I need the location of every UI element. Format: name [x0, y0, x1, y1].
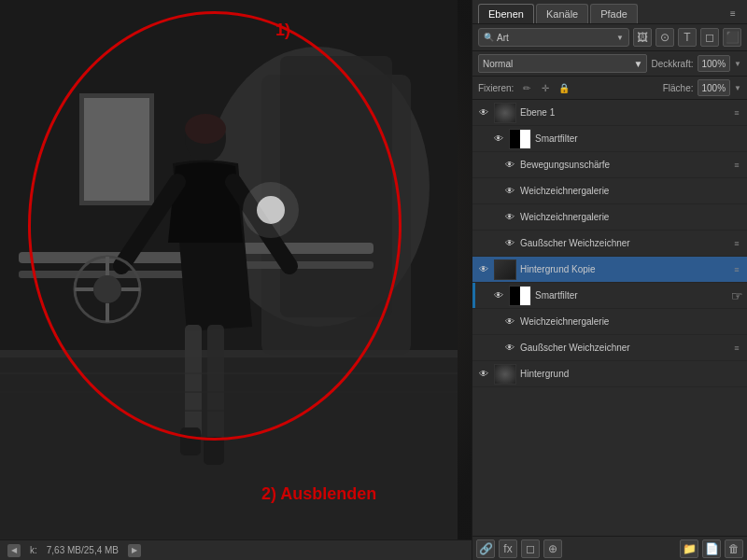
layer-name-gauss2: Gaußscher Weichzeichner — [520, 343, 730, 353]
layer-eye-ebene1[interactable]: 👁 — [476, 105, 491, 120]
layer-item-ebene1[interactable]: 👁 Ebene 1 ≡ — [472, 100, 747, 126]
layer-item-weich1[interactable]: 👁 Weichzeichnergalerie — [472, 178, 747, 204]
fill-row: Fläche: 100% ▼ — [663, 79, 741, 96]
layer-eye-hinterkopie[interactable]: 👁 — [476, 262, 491, 277]
opacity-value-text: 100% — [702, 59, 726, 69]
blend-opacity-row: Normal ▼ Deckkraft: 100% ▼ — [472, 51, 747, 77]
fix-label: Fixieren: — [478, 83, 514, 93]
layer-eye-weich3[interactable]: 👁 — [502, 315, 517, 329]
layer-image-icon[interactable]: 🖼 — [633, 28, 652, 47]
svg-point-23 — [93, 275, 121, 303]
layer-name-bewegung: Bewegungsunschärfe — [520, 160, 730, 170]
svg-rect-1 — [0, 355, 458, 541]
layer-name-smartfilter1: Smartfilter — [535, 133, 743, 144]
layer-name-gauss1: Gaußscher Weichzeichner — [520, 238, 730, 248]
svg-rect-19 — [204, 437, 224, 465]
layer-name-weich1: Weichzeichnergalerie — [520, 186, 743, 196]
link-layers-btn[interactable]: 🔗 — [476, 539, 495, 558]
fix-fill-row: Fixieren: ✏ ✛ 🔒 Fläche: 100% ▼ — [472, 77, 747, 100]
layer-item-hintergrund[interactable]: 👁 Hintergrund — [472, 361, 747, 387]
blend-mode-value: Normal — [483, 59, 513, 69]
layer-item-bewegungsunschaerfe[interactable]: 👁 Bewegungsunschärfe ≡ — [472, 152, 747, 178]
delete-layer-btn[interactable]: 🗑 — [725, 539, 743, 558]
canvas-area: 1) 2) Ausblenden ◀ k: 7,63 MB/25,4 MB ▶ — [0, 0, 472, 560]
layer-settings-ebene1[interactable]: ≡ — [730, 106, 743, 119]
layer-settings-hinterkopie[interactable]: ≡ — [730, 263, 743, 276]
layer-name-smartfilter2: Smartfilter — [535, 290, 727, 301]
status-arrow-left[interactable]: ◀ — [7, 544, 21, 557]
layer-settings-gauss1[interactable]: ≡ — [730, 237, 743, 250]
app-window: 1) 2) Ausblenden ◀ k: 7,63 MB/25,4 MB ▶ … — [0, 0, 747, 560]
layer-smart-icon[interactable]: ⬛ — [723, 28, 741, 47]
fix-draw-icon[interactable]: ✏ — [519, 80, 534, 95]
opacity-label: Deckkraft: — [651, 59, 693, 69]
layer-eye-gauss1[interactable]: 👁 — [502, 236, 517, 251]
tab-ebenen[interactable]: Ebenen — [478, 4, 534, 23]
layer-item-smartfilter1[interactable]: 👁 Smartfilter — [472, 126, 747, 152]
new-layer-btn[interactable]: 📄 — [702, 539, 721, 558]
layer-name-hintergrund: Hintergrund — [520, 369, 743, 379]
layer-eye-weich2[interactable]: 👁 — [502, 210, 517, 225]
tab-pfade[interactable]: Pfade — [590, 4, 638, 23]
svg-point-21 — [243, 182, 299, 238]
layer-eye-gauss2[interactable]: 👁 — [502, 341, 517, 356]
fill-arrow: ▼ — [734, 84, 741, 92]
layer-item-gauss1[interactable]: 👁 Gaußscher Weichzeichner ≡ — [472, 231, 747, 257]
layer-thumb-smartfilter1 — [509, 129, 531, 149]
layer-eye-hintergrund[interactable]: 👁 — [476, 367, 491, 382]
layer-item-hintergrundkopie[interactable]: 👁 Hintergrund Kopie ≡ — [472, 257, 747, 283]
layer-search-box[interactable]: 🔍 Art ▼ — [478, 28, 629, 47]
new-group-btn[interactable]: 📁 — [680, 539, 698, 558]
fill-label: Fläche: — [663, 83, 694, 93]
opacity-input[interactable]: 100% — [698, 55, 731, 72]
tab-kanaele[interactable]: Kanäle — [536, 4, 588, 23]
layer-eye-smartfilter1[interactable]: 👁 — [491, 132, 506, 147]
panel-bottom-toolbar: 🔗 fx ◻ ⊕ 📁 📄 🗑 — [472, 536, 747, 560]
canvas-image: 1) 2) Ausblenden — [0, 0, 472, 560]
opacity-row: Deckkraft: 100% ▼ — [651, 55, 741, 72]
layer-thumb-hinterkopie — [494, 259, 516, 280]
add-style-btn[interactable]: fx — [499, 539, 517, 558]
layer-name-weich2: Weichzeichnergalerie — [520, 212, 743, 222]
layer-eye-bewegung[interactable]: 👁 — [502, 158, 517, 173]
layer-name-weich3: Weichzeichnergalerie — [520, 316, 743, 327]
svg-rect-14 — [185, 325, 202, 437]
layer-name-ebene1: Ebene 1 — [520, 107, 730, 118]
panel-search-controls: 🔍 Art ▼ 🖼 ⊙ T ◻ ⬛ — [472, 24, 747, 51]
fix-icons: ✏ ✛ 🔒 — [519, 80, 656, 95]
status-file-label: k: — [30, 545, 37, 555]
layer-thumb-ebene1 — [494, 103, 516, 123]
fill-value-text: 100% — [702, 83, 726, 93]
fix-move-icon[interactable]: ✛ — [538, 80, 553, 95]
search-text: Art — [497, 33, 614, 43]
blend-mode-arrow: ▼ — [634, 59, 643, 69]
layer-item-smartfilter2[interactable]: 👁 Smartfilter ☞ — [472, 283, 747, 309]
new-adjustment-btn[interactable]: ⊕ — [543, 539, 562, 558]
svg-rect-7 — [84, 98, 149, 201]
panel-menu-button[interactable]: ≡ — [725, 5, 741, 21]
layer-settings-gauss2[interactable]: ≡ — [730, 342, 743, 355]
fill-input[interactable]: 100% — [698, 79, 731, 96]
layer-shape-icon[interactable]: ◻ — [700, 28, 719, 47]
layer-thumb-smartfilter2 — [509, 286, 531, 306]
add-mask-btn[interactable]: ◻ — [521, 539, 540, 558]
search-icon: 🔍 — [484, 33, 494, 42]
layer-eye-weich1[interactable]: 👁 — [502, 184, 517, 199]
blend-mode-select[interactable]: Normal ▼ — [478, 54, 647, 73]
annotation-label-1: 1) — [275, 21, 290, 40]
layer-adjust-icon[interactable]: ⊙ — [655, 28, 674, 47]
search-dropdown-arrow[interactable]: ▼ — [616, 34, 624, 42]
layer-settings-bewegung[interactable]: ≡ — [730, 159, 743, 172]
layer-eye-smartfilter2[interactable]: 👁 — [491, 288, 506, 303]
fix-lock-icon[interactable]: 🔒 — [557, 80, 571, 95]
status-arrow-right[interactable]: ▶ — [128, 544, 141, 557]
layer-item-weich2[interactable]: 👁 Weichzeichnergalerie — [472, 204, 747, 231]
panel-tabs: Ebenen Kanäle Pfade ≡ — [472, 0, 747, 24]
layer-item-weich3[interactable]: 👁 Weichzeichnergalerie — [472, 309, 747, 335]
annotation-label-2: 2) Ausblenden — [261, 484, 376, 504]
layer-item-gauss2[interactable]: 👁 Gaußscher Weichzeichner ≡ — [472, 335, 747, 361]
layer-text-icon[interactable]: T — [678, 28, 697, 47]
opacity-arrow: ▼ — [734, 60, 741, 68]
svg-rect-15 — [207, 325, 224, 446]
svg-rect-5 — [280, 56, 392, 317]
